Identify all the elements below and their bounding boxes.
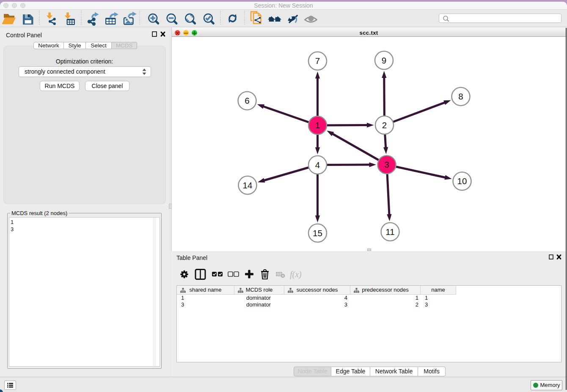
svg-text:15: 15 (313, 228, 322, 238)
svg-text:2: 2 (382, 120, 387, 130)
svg-text:f(x): f(x) (290, 270, 302, 279)
svg-text:10: 10 (457, 176, 467, 186)
svg-text:1: 1 (315, 120, 320, 130)
svg-text:11: 11 (385, 227, 394, 237)
svg-text:9: 9 (382, 55, 386, 65)
svg-text:4: 4 (315, 160, 320, 170)
svg-text:3: 3 (384, 160, 389, 169)
svg-text:14: 14 (243, 180, 253, 190)
svg-text:8: 8 (458, 91, 463, 101)
svg-text:6: 6 (245, 96, 249, 105)
svg-text:7: 7 (315, 56, 320, 66)
